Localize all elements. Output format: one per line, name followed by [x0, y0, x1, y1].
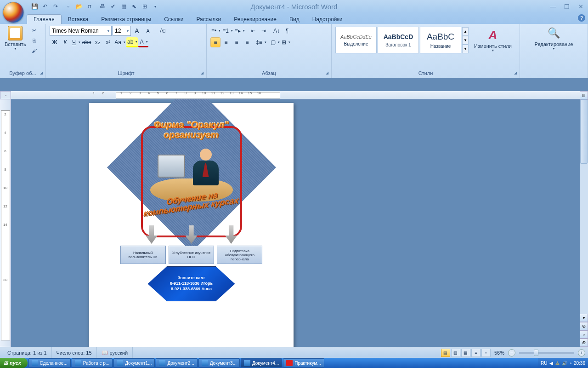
scroll-down-icon[interactable]: ▼ — [580, 314, 588, 322]
help-icon[interactable]: ? — [578, 14, 585, 22]
equation-icon[interactable]: π — [85, 1, 95, 12]
qat-customize-icon[interactable]: ▾ — [150, 1, 160, 12]
horizontal-ruler[interactable]: 1212345678910111213141516 — [11, 91, 580, 99]
sort-button[interactable]: A↓ — [271, 26, 282, 36]
zoom-out-button[interactable]: − — [508, 349, 515, 356]
justify-button[interactable]: ≡ — [242, 37, 252, 47]
highlight-button[interactable]: ab — [126, 37, 138, 47]
zoom-level[interactable]: 56% — [494, 350, 504, 356]
clear-format-button[interactable]: A⃠ — [158, 26, 168, 36]
start-button[interactable]: ⊞пуск — [0, 358, 28, 368]
language-indicator[interactable]: RU — [541, 361, 547, 366]
tab-insert[interactable]: Вставка — [62, 15, 95, 24]
copy-icon[interactable]: ⎘ — [30, 36, 39, 45]
scroll-thumb[interactable] — [580, 99, 588, 164]
taskbar-item[interactable]: Сделанное... — [28, 358, 71, 368]
style-item[interactable]: AaBbCcDdEeВыделение — [335, 27, 377, 53]
tab-addins[interactable]: Надстройки — [306, 15, 349, 24]
document-page[interactable]: Фирма "Оракул"организует Обучение накомп… — [89, 103, 294, 347]
show-marks-button[interactable]: ¶ — [282, 26, 292, 36]
align-center-button[interactable]: ≡ — [221, 37, 231, 47]
next-page-icon[interactable]: ⦿ — [580, 339, 588, 347]
print-layout-view-icon[interactable]: ▤ — [441, 349, 450, 357]
align-left-button[interactable]: ≡ — [210, 37, 220, 47]
format-painter-icon[interactable]: 🖌 — [30, 46, 39, 55]
close-button[interactable]: ✕ — [575, 2, 586, 11]
tab-review[interactable]: Рецензирование — [227, 15, 283, 24]
ruler-toggle-icon[interactable]: ▤ — [580, 91, 588, 99]
undo-icon[interactable]: ↶ — [40, 1, 50, 12]
taskbar-item[interactable]: Документ4... — [241, 358, 282, 368]
font-name-combo[interactable]: Times New Roman▼ — [50, 26, 112, 36]
change-case-button[interactable]: Aa — [113, 37, 126, 47]
editing-button[interactable]: 🔍 Редактирование ▼ — [532, 25, 576, 51]
align-right-button[interactable]: ≡ — [232, 37, 242, 47]
tray-icon[interactable]: ▫ — [570, 361, 571, 366]
ruler-corner[interactable]: ▫ — [0, 91, 11, 99]
taskbar-item[interactable]: Документ1... — [113, 358, 155, 368]
maximize-button[interactable]: ❐ — [561, 2, 572, 11]
taskbar-item[interactable]: Документ3... — [198, 358, 240, 368]
taskbar-item[interactable]: Практикум... — [283, 358, 324, 368]
underline-button[interactable]: Ч — [71, 37, 81, 47]
tab-mailings[interactable]: Рассылки — [190, 15, 227, 24]
gallery-more-icon[interactable]: ▾ — [462, 45, 469, 53]
web-view-icon[interactable]: ▦ — [461, 349, 470, 357]
multilevel-button[interactable]: ≡▸ — [234, 26, 245, 36]
tray-volume-icon[interactable]: 🔊 — [562, 361, 567, 366]
indent-increase-button[interactable]: ⇥ — [259, 26, 269, 36]
browse-object-icon[interactable]: ○ — [580, 330, 588, 339]
proofing-status[interactable]: 📖русский — [97, 347, 133, 358]
vertical-ruler[interactable]: 246810121420 — [0, 99, 11, 347]
group-icon[interactable]: ⊞ — [140, 1, 150, 12]
vertical-scrollbar[interactable]: ▤ ▼ ⦿ ○ ⦿ — [580, 91, 588, 347]
cut-icon[interactable]: ✂ — [30, 26, 39, 35]
line-spacing-button[interactable]: ‡≡ — [255, 37, 267, 47]
font-color-button[interactable]: A — [138, 37, 148, 47]
grow-font-button[interactable]: A — [132, 26, 142, 36]
indent-decrease-button[interactable]: ⇤ — [248, 26, 258, 36]
outline-view-icon[interactable]: ≡ — [471, 349, 481, 357]
change-styles-button[interactable]: A Изменить стили ▼ — [471, 27, 514, 53]
zoom-slider[interactable] — [519, 352, 574, 354]
taskbar-item[interactable]: Работа с р... — [72, 358, 113, 368]
select-object-icon[interactable]: ⬉ — [129, 1, 139, 12]
reading-view-icon[interactable]: ▥ — [451, 349, 460, 357]
bold-button[interactable]: Ж — [50, 37, 60, 47]
redo-icon[interactable]: ↷ — [51, 1, 61, 12]
spellcheck-icon[interactable]: ✔ — [108, 1, 118, 12]
launcher-icon[interactable]: ◢ — [201, 71, 204, 75]
styles-gallery[interactable]: AaBbCcDdEeВыделение AaBbCcDЗаголовок 1 A… — [335, 27, 469, 53]
style-item[interactable]: AaBbCНазвание — [420, 27, 461, 53]
numbering-button[interactable]: ≡1 — [221, 26, 233, 36]
italic-button[interactable]: К — [60, 37, 70, 47]
shrink-font-button[interactable]: A — [143, 26, 153, 36]
document-area[interactable]: Фирма "Оракул"организует Обучение накомп… — [11, 99, 580, 347]
minimize-button[interactable]: — — [548, 2, 559, 11]
draft-view-icon[interactable]: ▫ — [481, 349, 491, 357]
table-draw-icon[interactable]: ▦ — [119, 1, 129, 12]
style-item[interactable]: AaBbCcDЗаголовок 1 — [378, 27, 419, 53]
zoom-in-button[interactable]: + — [578, 349, 585, 356]
clock[interactable]: 20:36 — [574, 361, 585, 366]
borders-button[interactable]: ⊞ — [281, 37, 291, 47]
save-icon[interactable]: 💾 — [29, 1, 40, 12]
bullets-button[interactable]: ≡• — [210, 26, 221, 36]
prev-page-icon[interactable]: ⦿ — [580, 322, 588, 330]
new-icon[interactable]: ▫ — [63, 1, 74, 12]
gallery-down-icon[interactable]: ▼ — [462, 36, 469, 45]
launcher-icon[interactable]: ◢ — [326, 71, 328, 75]
taskbar-item[interactable]: Документ2... — [156, 358, 197, 368]
system-tray[interactable]: RU ◀ ⚠ 🔊 ▫ 20:36 — [538, 358, 588, 368]
paste-button[interactable]: Вставить ▼ — [2, 25, 29, 51]
subscript-button[interactable]: x₂ — [92, 37, 102, 47]
shading-button[interactable]: ▢ — [270, 37, 280, 47]
tab-home[interactable]: Главная — [27, 14, 62, 24]
tray-icon[interactable]: ◀ — [549, 361, 553, 366]
page-status[interactable]: Страница: 1 из 1 — [3, 347, 52, 358]
tab-references[interactable]: Ссылки — [158, 15, 190, 24]
gallery-up-icon[interactable]: ▲ — [462, 27, 469, 36]
launcher-icon[interactable]: ◢ — [514, 71, 517, 75]
tray-icon[interactable]: ⚠ — [555, 361, 560, 366]
quickprint-icon[interactable]: 🖶 — [97, 1, 107, 12]
